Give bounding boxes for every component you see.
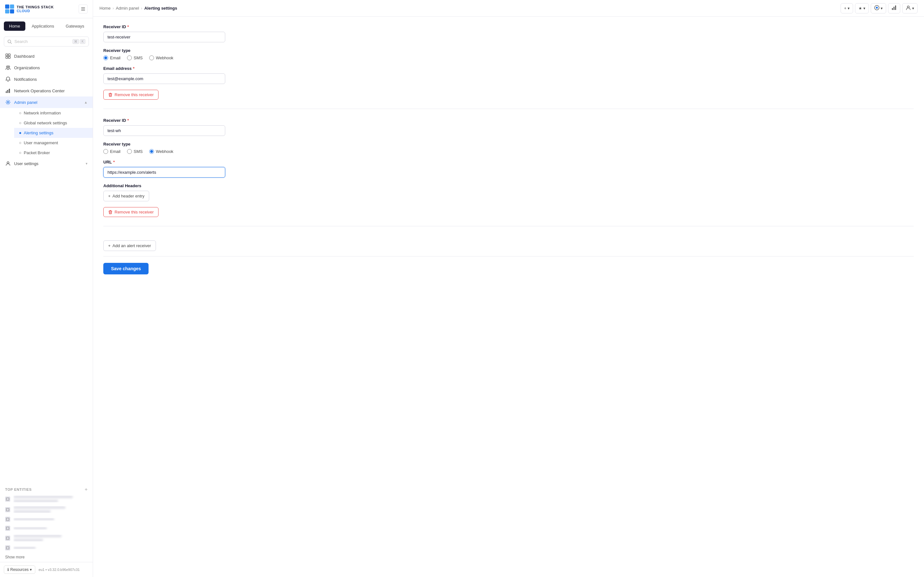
list-item[interactable]	[0, 494, 93, 504]
user-settings-chevron: ▾	[86, 161, 87, 166]
plus-icon-header: +	[108, 193, 111, 198]
sidebar-item-network-info[interactable]: Network information	[14, 108, 93, 118]
additional-headers-label: Additional Headers	[103, 183, 914, 188]
url-input[interactable]	[103, 167, 225, 177]
sidebar-item-alerting[interactable]: Alerting settings	[14, 128, 93, 138]
tab-gateways[interactable]: Gateways	[61, 21, 89, 31]
trash-icon-1	[108, 93, 113, 97]
list-item[interactable]	[0, 533, 93, 543]
sidebar-item-user-settings[interactable]: User settings ▾	[0, 158, 93, 169]
sidebar-item-global-network[interactable]: Global network settings	[14, 118, 93, 128]
logo-area: THE THINGS STACK CLOUD	[5, 5, 54, 13]
breadcrumb-home[interactable]: Home	[99, 6, 111, 11]
logo-text: THE THINGS STACK CLOUD	[17, 5, 54, 13]
receiver-card-1: Receiver ID * Receiver type Email SMS	[103, 24, 914, 109]
sidebar-item-user-mgmt[interactable]: User management	[14, 138, 93, 148]
receiver-type-group-2: Receiver type Email SMS Webhook	[103, 142, 914, 154]
star-icon: ★	[859, 6, 862, 11]
required-marker: *	[133, 66, 134, 71]
radio-webhook-label-1: Webhook	[156, 55, 174, 60]
svg-rect-16	[6, 498, 9, 500]
breadcrumb: Home › Admin panel › Alerting settings	[99, 6, 177, 11]
logo-top: THE THINGS STACK	[17, 5, 54, 9]
receiver-type-group-1: Receiver type Email SMS Webhook	[103, 48, 914, 60]
add-alert-receiver-button[interactable]: + Add an alert receiver	[103, 240, 156, 251]
sidebar-item-admin-panel[interactable]: Admin panel ▲	[0, 97, 93, 108]
save-changes-button[interactable]: Save changes	[103, 263, 149, 274]
top-entities-label: Top entities	[5, 488, 32, 492]
entity-list	[0, 494, 93, 552]
add-chevron: ▾	[848, 6, 850, 11]
radio-webhook-2[interactable]: Webhook	[149, 149, 174, 154]
radio-sms-2[interactable]: SMS	[127, 149, 143, 154]
user-mgmt-dot	[19, 142, 21, 144]
breadcrumb-sep-2: ›	[141, 6, 142, 11]
save-section: Save changes	[103, 256, 914, 281]
sidebar-toggle-button[interactable]	[79, 5, 87, 13]
remove-receiver-1-button[interactable]: Remove this receiver	[103, 90, 158, 100]
logo-icon	[5, 5, 14, 13]
user-chevron: ▾	[912, 6, 914, 11]
radio-email-1[interactable]: Email	[103, 55, 121, 60]
sidebar-nav: Dashboard Organizations Notifications Ne…	[0, 49, 93, 484]
entity-text-blurred	[13, 527, 87, 530]
sidebar-item-dashboard[interactable]: Dashboard	[0, 50, 93, 62]
packet-broker-label: Packet Broker	[24, 150, 50, 155]
global-network-dot	[19, 122, 21, 124]
receiver-id-group-1: Receiver ID *	[103, 24, 914, 42]
search-icon	[7, 39, 12, 44]
network-info-label: Network information	[24, 111, 61, 115]
search-placeholder: Search	[15, 39, 27, 44]
user-avatar-icon	[906, 5, 911, 11]
messages-button[interactable]: ▾	[871, 3, 886, 13]
receiver-id-input-2[interactable]	[103, 125, 225, 136]
sidebar-item-notifications[interactable]: Notifications	[0, 73, 93, 85]
resources-button[interactable]: ℹ Resources ▾	[4, 566, 35, 574]
receiver-id-input-1[interactable]	[103, 32, 225, 42]
add-button[interactable]: + ▾	[841, 3, 853, 13]
stats-button[interactable]	[888, 3, 900, 13]
resources-label: Resources	[10, 567, 29, 572]
entity-text-blurred	[13, 546, 87, 549]
sidebar-item-organizations[interactable]: Organizations	[0, 62, 93, 73]
svg-rect-5	[6, 54, 8, 56]
network-info-dot	[19, 112, 21, 114]
entity-text-blurred	[13, 506, 87, 513]
info-icon: ℹ	[7, 567, 9, 572]
receiver-type-radios-2: Email SMS Webhook	[103, 149, 914, 154]
list-item[interactable]	[0, 543, 93, 552]
radio-sms-1[interactable]: SMS	[127, 55, 143, 60]
sidebar-item-noc[interactable]: Network Operations Center	[0, 85, 93, 97]
receiver-type-label-2: Receiver type	[103, 142, 914, 147]
search-box[interactable]: Search ⌘ K	[4, 37, 89, 47]
admin-panel-chevron: ▲	[84, 100, 87, 104]
tab-applications[interactable]: Applications	[27, 21, 59, 31]
alerting-dot	[19, 132, 21, 134]
add-header-button[interactable]: + Add header entry	[103, 191, 149, 201]
plus-icon-add: +	[108, 243, 111, 248]
tab-home[interactable]: Home	[4, 21, 25, 31]
add-header-label: Add header entry	[113, 193, 145, 198]
breadcrumb-current: Alerting settings	[144, 6, 178, 11]
add-entity-button[interactable]: +	[85, 487, 87, 492]
list-item[interactable]	[0, 524, 93, 533]
breadcrumb-admin[interactable]: Admin panel	[116, 6, 139, 11]
radio-webhook-1[interactable]: Webhook	[149, 55, 174, 60]
stats-icon	[892, 5, 897, 11]
radio-email-2[interactable]: Email	[103, 149, 121, 154]
list-item[interactable]	[0, 504, 93, 515]
nav-tabs: Home Applications Gateways	[0, 18, 93, 34]
email-input[interactable]	[103, 73, 225, 84]
sidebar-item-packet-broker[interactable]: Packet Broker	[14, 148, 93, 158]
user-button[interactable]: ▾	[902, 3, 918, 13]
show-more-link[interactable]: Show more	[0, 552, 93, 562]
favorites-button[interactable]: ★ ▾	[855, 3, 869, 13]
dashboard-label: Dashboard	[14, 54, 35, 59]
svg-rect-21	[6, 546, 9, 549]
svg-rect-0	[81, 7, 85, 8]
alerting-label: Alerting settings	[24, 131, 53, 135]
list-item[interactable]	[0, 515, 93, 524]
entity-icon	[5, 545, 10, 550]
admin-subnav: Network information Global network setti…	[0, 108, 93, 158]
remove-receiver-2-button[interactable]: Remove this receiver	[103, 207, 158, 217]
